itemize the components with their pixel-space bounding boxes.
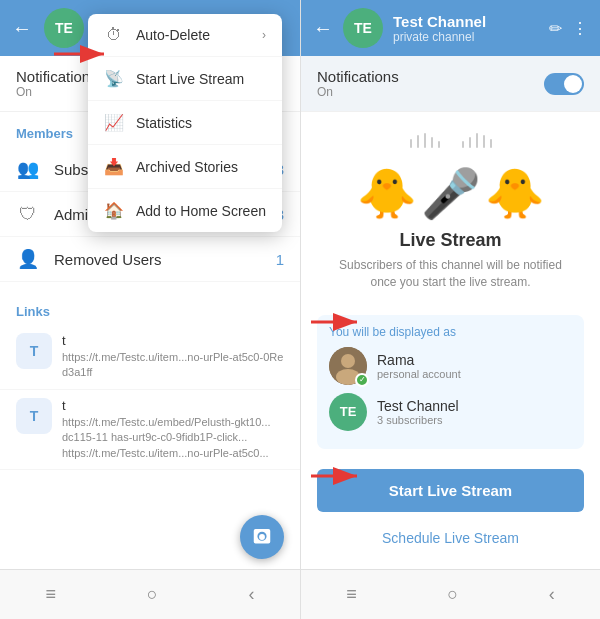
avatar: TE bbox=[44, 8, 84, 48]
dropdown-add-home-screen[interactable]: 🏠 Add to Home Screen bbox=[88, 189, 282, 232]
auto-delete-icon: ⏱ bbox=[104, 26, 124, 44]
subscribers-icon: 👥 bbox=[16, 157, 40, 181]
right-notifications-status: On bbox=[317, 85, 399, 99]
statistics-label: Statistics bbox=[136, 115, 266, 131]
channel-avatar: TE bbox=[329, 393, 367, 431]
display-as-label: You will be displayed as bbox=[329, 325, 572, 339]
removed-users-row[interactable]: 👤 Removed Users 1 bbox=[0, 237, 300, 282]
right-channel-sub: private channel bbox=[393, 30, 539, 44]
camera-fab-button[interactable] bbox=[240, 515, 284, 559]
livestream-desc: Subscribers of this channel will be noti… bbox=[317, 257, 584, 291]
right-bottom-nav: ≡ ○ ‹ bbox=[301, 569, 600, 619]
schedule-live-stream-link[interactable]: Schedule Live Stream bbox=[301, 520, 600, 556]
right-back-button[interactable]: ← bbox=[313, 17, 333, 40]
right-header-info: Test Channel private channel bbox=[393, 13, 539, 44]
right-header-actions: ✏ ⋮ bbox=[549, 19, 588, 38]
administrators-icon: 🛡 bbox=[16, 202, 40, 226]
channel-account-info: Test Channel 3 subscribers bbox=[377, 398, 459, 426]
channel-account-row[interactable]: TE Test Channel 3 subscribers bbox=[329, 393, 572, 431]
link-info-2: t https://t.me/Testc.u/embed/Pelusth-gkt… bbox=[62, 398, 271, 461]
archived-stories-label: Archived Stories bbox=[136, 159, 266, 175]
display-as-section: You will be displayed as ✓ Rama personal… bbox=[317, 315, 584, 449]
link-icon-2: T bbox=[16, 398, 52, 434]
links-header: Links bbox=[0, 298, 300, 325]
livestream-section: 🐥🎤🐥 Live Stream Subscribers of this chan… bbox=[301, 112, 600, 303]
dropdown-statistics[interactable]: 📈 Statistics bbox=[88, 101, 282, 145]
dropdown-menu: ⏱ Auto-Delete › 📡 Start Live Stream 📈 St… bbox=[88, 14, 282, 232]
livestream-title: Live Stream bbox=[399, 230, 501, 251]
start-live-stream-icon: 📡 bbox=[104, 69, 124, 88]
right-channel-name: Test Channel bbox=[393, 13, 539, 30]
personal-sub: personal account bbox=[377, 368, 461, 380]
removed-users-icon: 👤 bbox=[16, 247, 40, 271]
duck-illustration: 🐥🎤🐥 bbox=[357, 166, 545, 222]
right-notifications-row: Notifications On bbox=[301, 56, 600, 112]
bottom-nav: ≡ ○ ‹ bbox=[0, 569, 300, 619]
link-row-2[interactable]: T t https://t.me/Testc.u/embed/Pelusth-g… bbox=[0, 390, 300, 470]
nav-menu-icon[interactable]: ≡ bbox=[45, 584, 56, 605]
right-header: ← TE Test Channel private channel ✏ ⋮ bbox=[301, 0, 600, 56]
dropdown-auto-delete[interactable]: ⏱ Auto-Delete › bbox=[88, 14, 282, 57]
channel-display-sub: 3 subscribers bbox=[377, 414, 459, 426]
link-icon-1: T bbox=[16, 333, 52, 369]
right-nav-home-icon[interactable]: ○ bbox=[447, 584, 458, 605]
add-home-screen-label: Add to Home Screen bbox=[136, 203, 266, 219]
right-panel: ← TE Test Channel private channel ✏ ⋮ No… bbox=[300, 0, 600, 619]
start-live-stream-label: Start Live Stream bbox=[136, 71, 266, 87]
back-button[interactable]: ← bbox=[12, 17, 32, 40]
check-badge: ✓ bbox=[355, 373, 369, 387]
notifications-toggle[interactable] bbox=[544, 73, 584, 95]
right-notifications-label: Notifications bbox=[317, 68, 399, 85]
edit-icon[interactable]: ✏ bbox=[549, 19, 562, 38]
start-live-stream-button[interactable]: Start Live Stream bbox=[317, 469, 584, 512]
nav-back-icon[interactable]: ‹ bbox=[249, 584, 255, 605]
right-nav-menu-icon[interactable]: ≡ bbox=[346, 584, 357, 605]
links-section: Links T t https://t.me/Testc.u/item...no… bbox=[0, 290, 300, 478]
auto-delete-label: Auto-Delete bbox=[136, 27, 250, 43]
channel-display-name: Test Channel bbox=[377, 398, 459, 414]
archived-stories-icon: 📥 bbox=[104, 157, 124, 176]
dropdown-archived-stories[interactable]: 📥 Archived Stories bbox=[88, 145, 282, 189]
personal-account-row[interactable]: ✓ Rama personal account bbox=[329, 347, 572, 385]
auto-delete-arrow: › bbox=[262, 28, 266, 42]
right-avatar: TE bbox=[343, 8, 383, 48]
add-home-screen-icon: 🏠 bbox=[104, 201, 124, 220]
link-row-1[interactable]: T t https://t.me/Testc.u/item...no-urPle… bbox=[0, 325, 300, 390]
link-info-1: t https://t.me/Testc.u/item...no-urPle-a… bbox=[62, 333, 284, 381]
removed-users-label: Removed Users bbox=[54, 251, 276, 268]
removed-users-count: 1 bbox=[276, 251, 284, 268]
more-icon[interactable]: ⋮ bbox=[572, 19, 588, 38]
nav-home-icon[interactable]: ○ bbox=[147, 584, 158, 605]
svg-point-13 bbox=[341, 354, 355, 368]
sound-waves bbox=[401, 132, 501, 162]
right-notifications-info: Notifications On bbox=[317, 68, 399, 99]
statistics-icon: 📈 bbox=[104, 113, 124, 132]
personal-avatar: ✓ bbox=[329, 347, 367, 385]
left-panel: ← TE T... private c... Notifications On … bbox=[0, 0, 300, 619]
dropdown-start-live-stream[interactable]: 📡 Start Live Stream bbox=[88, 57, 282, 101]
personal-account-info: Rama personal account bbox=[377, 352, 461, 380]
right-nav-back-icon[interactable]: ‹ bbox=[549, 584, 555, 605]
personal-name: Rama bbox=[377, 352, 461, 368]
